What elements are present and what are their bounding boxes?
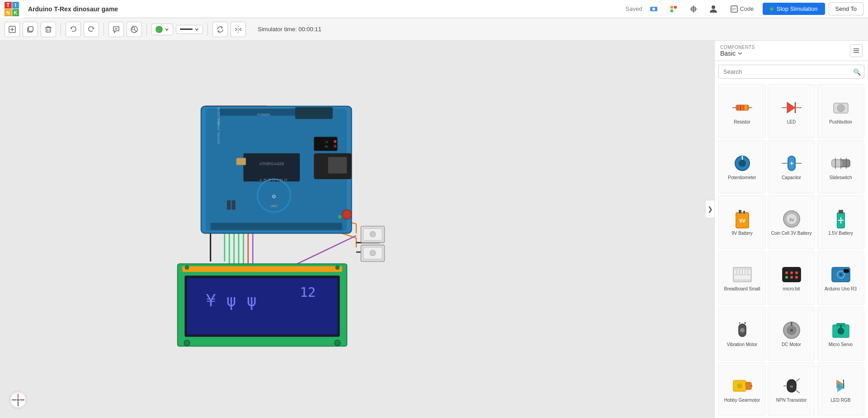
panel-list-toggle[interactable]: [850, 44, 863, 57]
search-input[interactable]: [718, 65, 864, 79]
svg-point-171: [737, 383, 742, 389]
flip-button[interactable]: [231, 22, 246, 37]
component-item-micro-servo[interactable]: Micro Servo: [817, 307, 864, 361]
svg-text:⊙: ⊙: [272, 194, 276, 199]
send-to-button[interactable]: Send To: [829, 2, 863, 15]
inspector-button[interactable]: [127, 22, 142, 37]
svg-rect-67: [227, 200, 231, 210]
component-item-resistor[interactable]: Resistor: [718, 84, 766, 138]
color-picker[interactable]: [151, 24, 173, 35]
component-item-hobby-gearmotor[interactable]: Hobby Gearmotor: [718, 362, 766, 416]
navbar: T I N K Arduino T-Rex dinosaur game Save…: [0, 0, 868, 18]
svg-point-146: [785, 271, 788, 274]
svg-point-72: [370, 231, 375, 237]
micro-servo-label: Micro Servo: [829, 342, 853, 347]
svg-text:UNO: UNO: [270, 204, 278, 208]
svg-point-91: [335, 266, 339, 269]
svg-text:DIGITAL (PWM~): DIGITAL (PWM~): [217, 119, 221, 144]
category-name: Basic: [720, 50, 736, 57]
category-selector[interactable]: Basic: [720, 50, 755, 57]
1.5v-battery-icon: [831, 209, 851, 229]
line-style-picker[interactable]: [176, 25, 203, 34]
svg-rect-127: [739, 210, 741, 214]
svg-point-157: [740, 328, 745, 332]
project-title: Arduino T-Rex dinosaur game: [28, 5, 626, 13]
svg-point-97: [17, 399, 19, 401]
undo-button[interactable]: [66, 22, 81, 37]
search-box: 🔍: [718, 65, 864, 79]
pushbutton-icon: [831, 98, 851, 118]
dc-motor-label: DC Motor: [782, 342, 801, 347]
logo-t: T: [5, 2, 12, 9]
svg-rect-134: [839, 210, 843, 214]
component-item-dc-motor[interactable]: DC Motor: [768, 307, 815, 361]
component-item-pushbutton[interactable]: Pushbutton: [817, 84, 864, 138]
component-item-led-rgb[interactable]: LED RGB: [817, 362, 864, 416]
component-item-npn-transistor[interactable]: N NPN Transistor: [768, 362, 815, 416]
circuit-diagram[interactable]: ATMEGA328 ⊙ UNO ARDUINO ANALOG IN: [36, 50, 488, 403]
tab-codeblocks[interactable]: [665, 1, 682, 17]
svg-rect-2: [670, 6, 673, 9]
npn-transistor-icon: N: [782, 376, 802, 396]
component-item-9v-battery[interactable]: 9V 9V Battery: [718, 195, 766, 249]
profile-button[interactable]: [705, 1, 722, 17]
component-item-led[interactable]: LED: [768, 84, 815, 138]
svg-point-62: [334, 140, 336, 143]
svg-line-23: [135, 29, 137, 32]
breadboard-label: Breadboard Small: [724, 286, 760, 292]
svg-point-8: [712, 5, 715, 9]
panel-label-group: Components Basic: [720, 45, 755, 57]
saved-indicator: Saved: [626, 5, 642, 12]
svg-text:12: 12: [300, 285, 316, 300]
arduino-uno-icon: [831, 265, 851, 285]
new-button[interactable]: [5, 22, 20, 37]
pushbutton-label: Pushbutton: [829, 119, 852, 125]
logo-n: N: [5, 9, 12, 16]
panel-toggle[interactable]: ❯: [705, 200, 714, 218]
separator-3: [146, 23, 147, 36]
dc-motor-icon: [782, 320, 802, 340]
svg-point-166: [838, 328, 844, 334]
capacitor-label: Capacitor: [782, 175, 801, 180]
compass[interactable]: [9, 391, 27, 409]
lcd-display: ¥ ψ ψ 12: [178, 264, 347, 346]
component-item-slideswitch[interactable]: Slideswitch: [817, 140, 864, 194]
component-item-capacitor[interactable]: + Capacitor: [768, 140, 815, 194]
component-item-breadboard[interactable]: Breadboard Small: [718, 251, 766, 305]
canvas-area[interactable]: ATMEGA328 ⊙ UNO ARDUINO ANALOG IN: [0, 41, 714, 418]
tab-circuit[interactable]: [646, 1, 662, 17]
component-item-arduino-uno[interactable]: Arduino Uno R3: [817, 251, 864, 305]
led-rgb-label: LED RGB: [831, 398, 851, 403]
rotate-button[interactable]: [212, 22, 228, 37]
svg-rect-145: [783, 267, 801, 282]
slideswitch-label: Slideswitch: [829, 175, 852, 180]
svg-rect-137: [733, 267, 751, 282]
code-button[interactable]: 07 Code: [725, 3, 759, 15]
svg-point-1: [652, 8, 655, 10]
svg-rect-167: [840, 325, 842, 328]
svg-rect-128: [743, 211, 745, 214]
redo-button[interactable]: [84, 22, 99, 37]
svg-text:+: +: [789, 160, 793, 167]
stop-simulation-button[interactable]: Stop Simulation: [763, 3, 825, 15]
app-logo: T I N K: [0, 0, 24, 18]
component-item-vibration-motor[interactable]: Vibration Motor: [718, 307, 766, 361]
svg-text:ARDUINO: ARDUINO: [259, 178, 289, 182]
svg-point-149: [785, 276, 788, 279]
9v-battery-label: 9V Battery: [731, 231, 753, 236]
component-item-1.5v-battery[interactable]: 1.5V Battery: [817, 195, 864, 249]
separator-2: [104, 23, 104, 36]
annotation-button[interactable]: [108, 22, 124, 37]
component-item-potentiometer[interactable]: Potentiometer: [718, 140, 766, 194]
coin-cell-label: Coin Cell 3V Battery: [771, 231, 811, 236]
svg-line-176: [796, 390, 800, 393]
component-item-microbit[interactable]: micro:bit: [768, 251, 815, 305]
coin-cell-icon: 3V: [782, 209, 802, 229]
resistor-label: Resistor: [734, 119, 750, 125]
delete-button[interactable]: [41, 22, 56, 37]
micro-servo-icon: [831, 320, 851, 340]
component-item-coin-cell[interactable]: 3V Coin Cell 3V Battery: [768, 195, 815, 249]
duplicate-button[interactable]: [23, 22, 38, 37]
tab-schematic[interactable]: [685, 1, 702, 17]
1.5v-battery-label: 1.5V Battery: [828, 231, 853, 236]
